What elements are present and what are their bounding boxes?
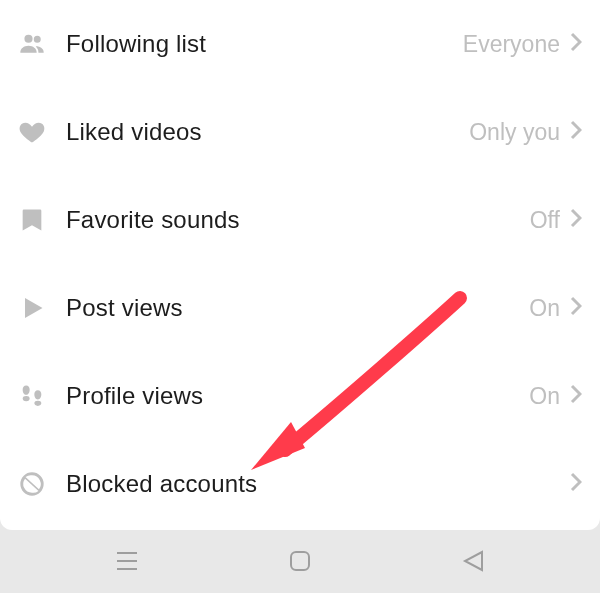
row-value: On (529, 295, 560, 322)
chevron-right-icon (570, 120, 582, 144)
row-label: Post views (66, 294, 183, 322)
row-value: Everyone (463, 31, 560, 58)
svg-marker-5 (465, 552, 482, 570)
nav-home-button[interactable] (260, 549, 340, 573)
nav-back-button[interactable] (433, 549, 513, 573)
settings-list: Following list Everyone Liked videos Onl… (0, 0, 600, 530)
row-value: On (529, 383, 560, 410)
nav-recent-button[interactable] (87, 550, 167, 572)
row-label: Blocked accounts (66, 470, 257, 498)
system-nav-bar (0, 530, 600, 592)
chevron-right-icon (570, 384, 582, 408)
row-value: Only you (469, 119, 560, 146)
heart-icon (18, 118, 66, 146)
row-post-views[interactable]: Post views On (18, 264, 582, 352)
row-profile-views[interactable]: Profile views On (18, 352, 582, 440)
footprints-icon (18, 382, 66, 410)
row-label: Liked videos (66, 118, 202, 146)
row-label: Favorite sounds (66, 206, 240, 234)
row-blocked-accounts[interactable]: Blocked accounts (18, 440, 582, 528)
blocked-icon (18, 470, 66, 498)
people-icon (18, 30, 66, 58)
row-label: Profile views (66, 382, 203, 410)
row-favorite-sounds[interactable]: Favorite sounds Off (18, 176, 582, 264)
chevron-right-icon (570, 208, 582, 232)
bookmark-icon (18, 206, 66, 234)
play-icon (18, 294, 66, 322)
chevron-right-icon (570, 472, 582, 496)
chevron-right-icon (570, 32, 582, 56)
svg-rect-4 (291, 552, 309, 570)
row-following-list[interactable]: Following list Everyone (18, 0, 582, 88)
row-value: Off (530, 207, 560, 234)
row-label: Following list (66, 30, 206, 58)
chevron-right-icon (570, 296, 582, 320)
row-liked-videos[interactable]: Liked videos Only you (18, 88, 582, 176)
